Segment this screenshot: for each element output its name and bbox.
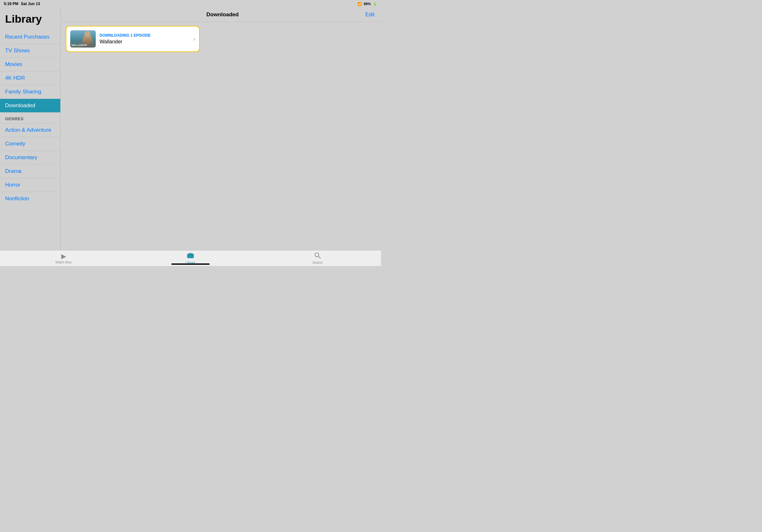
sidebar-item-documentary[interactable]: Documentary bbox=[0, 151, 60, 165]
download-thumbnail: WALLANDER bbox=[70, 30, 96, 47]
download-card[interactable]: WALLANDER DOWNLOADING 1 EPISODE Wallande… bbox=[66, 26, 200, 52]
edit-button[interactable]: Edit bbox=[365, 12, 375, 18]
sidebar-item-4k-hdr[interactable]: 4K HDR bbox=[0, 71, 60, 85]
thumbnail-label: WALLANDER bbox=[71, 44, 87, 46]
svg-point-3 bbox=[315, 253, 319, 257]
status-left: 5:19 PM Sat Jun 13 bbox=[4, 2, 40, 6]
status-date: Sat Jun 13 bbox=[21, 2, 40, 6]
tab-watch-now[interactable]: ▶ Watch Now bbox=[0, 250, 127, 266]
home-indicator bbox=[171, 263, 210, 265]
tab-search[interactable]: Search bbox=[254, 250, 381, 266]
sidebar-item-action-adventure[interactable]: Action & Adventure bbox=[0, 123, 60, 137]
status-right: 📶 89% 🔋 bbox=[357, 2, 377, 6]
main-layout: Library Recent Purchases TV Shows Movies… bbox=[0, 8, 381, 250]
genres-header: GENRES bbox=[0, 112, 60, 123]
sidebar-item-downloaded[interactable]: Downloaded bbox=[0, 99, 60, 112]
thumbnail-head bbox=[85, 31, 90, 37]
status-bar: 5:19 PM Sat Jun 13 📶 89% 🔋 bbox=[0, 0, 381, 8]
battery-icon: 🔋 bbox=[373, 2, 377, 6]
search-icon bbox=[314, 252, 321, 260]
watch-now-label: Watch Now bbox=[55, 261, 72, 264]
svg-rect-2 bbox=[187, 254, 194, 255]
watch-now-icon: ▶ bbox=[61, 252, 66, 260]
content-header: Downloaded Edit bbox=[61, 8, 381, 22]
sidebar-item-drama[interactable]: Drama bbox=[0, 165, 60, 178]
download-title: Wallander bbox=[100, 39, 190, 45]
sidebar-item-horror[interactable]: Horror bbox=[0, 178, 60, 192]
library-icon bbox=[187, 252, 194, 260]
sidebar-item-movies[interactable]: Movies bbox=[0, 58, 60, 71]
sidebar: Library Recent Purchases TV Shows Movies… bbox=[0, 8, 61, 250]
battery-percentage: 89% bbox=[364, 2, 371, 6]
content-list: WALLANDER DOWNLOADING 1 EPISODE Wallande… bbox=[61, 22, 381, 250]
download-status: DOWNLOADING 1 EPISODE bbox=[100, 33, 190, 37]
download-info: DOWNLOADING 1 EPISODE Wallander bbox=[100, 33, 190, 45]
sidebar-item-tv-shows[interactable]: TV Shows bbox=[0, 44, 60, 58]
sidebar-item-nonfiction[interactable]: Nonfiction bbox=[0, 192, 60, 205]
search-label: Search bbox=[312, 261, 323, 264]
content-title: Downloaded bbox=[80, 12, 365, 18]
svg-line-4 bbox=[319, 256, 320, 258]
status-time: 5:19 PM bbox=[4, 2, 18, 6]
content-area: Downloaded Edit WALLANDER DOWNLOADING 1 … bbox=[61, 8, 381, 250]
chevron-right-icon: › bbox=[193, 36, 195, 42]
sidebar-item-comedy[interactable]: Comedy bbox=[0, 137, 60, 151]
wifi-icon: 📶 bbox=[357, 2, 362, 6]
sidebar-item-recent-purchases[interactable]: Recent Purchases bbox=[0, 30, 60, 44]
sidebar-title: Library bbox=[0, 13, 60, 30]
sidebar-item-family-sharing[interactable]: Family Sharing bbox=[0, 85, 60, 99]
